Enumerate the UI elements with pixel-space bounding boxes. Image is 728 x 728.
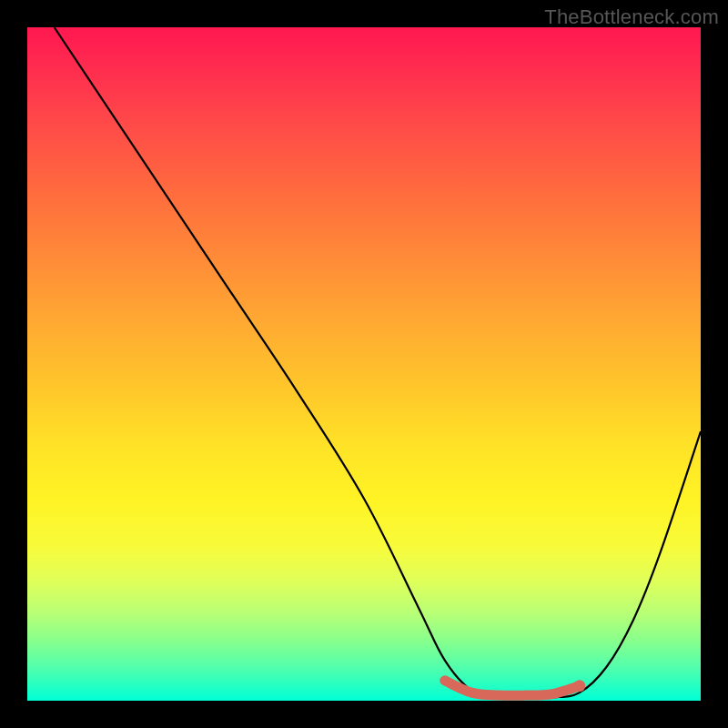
chart-container: TheBottleneck.com <box>0 0 728 728</box>
plot-area <box>27 27 701 701</box>
watermark-text: TheBottleneck.com <box>544 5 719 29</box>
gradient-background <box>27 27 701 701</box>
